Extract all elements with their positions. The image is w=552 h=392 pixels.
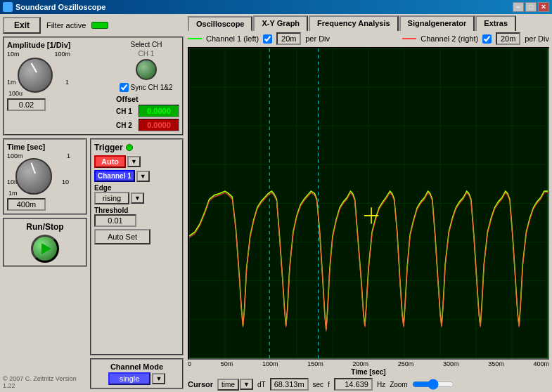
- ch2-channel-label: Channel 2 (right): [421, 34, 478, 43]
- xaxis-250m: 250m: [398, 360, 414, 367]
- amplitude-title: Amplitude [1/Div]: [7, 41, 70, 49]
- offset-title: Offset: [116, 95, 179, 103]
- amplitude-value-input[interactable]: [7, 98, 46, 111]
- edge-arrow[interactable]: ▼: [131, 192, 144, 204]
- threshold-label: Threshold: [94, 207, 179, 214]
- ch2-per-div-input[interactable]: [496, 32, 520, 45]
- time-value-input[interactable]: [7, 198, 46, 211]
- tab-frequency-analysis[interactable]: Frequency Analysis: [309, 15, 399, 31]
- x-axis-title: Time [sec]: [188, 368, 549, 376]
- xaxis-200m: 200m: [352, 360, 368, 367]
- window-controls: − □ ✕: [513, 2, 549, 12]
- ch1-label: CH 1: [139, 50, 155, 58]
- ch1-channel-label: Channel 1 (left): [206, 34, 259, 43]
- zoom-label: Zoom: [390, 381, 408, 388]
- cursor-type-button[interactable]: time: [217, 379, 239, 391]
- auto-set-button[interactable]: Auto Set: [94, 229, 150, 244]
- xaxis-350m: 350m: [488, 360, 504, 367]
- sync-checkbox[interactable]: [120, 83, 129, 92]
- f-unit: Hz: [377, 381, 385, 388]
- ch1-per-div-input[interactable]: [276, 32, 301, 45]
- time-label-10: 10: [62, 178, 69, 185]
- tab-oscilloscope[interactable]: Oscilloscope: [188, 16, 252, 32]
- play-icon: [41, 243, 51, 254]
- threshold-input[interactable]: [94, 214, 136, 227]
- amp-label-1m: 1m: [7, 79, 16, 86]
- zoom-slider[interactable]: [412, 379, 454, 390]
- dt-unit: sec: [313, 381, 324, 388]
- time-title: Time [sec]: [7, 143, 83, 151]
- xaxis-50m: 50m: [221, 360, 233, 367]
- tab-extras[interactable]: Extras: [475, 15, 516, 31]
- ch-select-knob[interactable]: [136, 59, 157, 80]
- select-ch-label: Select CH: [130, 41, 162, 48]
- offset-ch2-label: CH 2: [116, 122, 136, 129]
- ch2-per-div-unit: per Div: [525, 34, 549, 43]
- channel-controls: Channel 1 (left) per Div Channel 2 (righ…: [188, 32, 549, 45]
- amp-label-100m: 100m: [54, 51, 70, 58]
- maximize-button[interactable]: □: [525, 2, 537, 12]
- title-bar: Soundcard Oszilloscope − □ ✕: [0, 0, 552, 14]
- xaxis-400m: 400m: [533, 360, 549, 367]
- scope-grid: [189, 48, 548, 358]
- x-axis-labels: 0 50m 100m 150m 200m 250m 300m 350m 400m: [188, 360, 549, 368]
- offset-ch1-label: CH 1: [116, 107, 136, 115]
- trigger-auto-arrow[interactable]: ▼: [127, 156, 141, 167]
- main-container: Exit Filter active Amplitude [1/Div] 10m…: [0, 14, 552, 392]
- amplitude-knob[interactable]: [18, 58, 53, 93]
- run-stop-label: Run/Stop: [26, 222, 63, 232]
- ch2-checkbox[interactable]: [482, 34, 492, 44]
- trigger-led: [126, 144, 133, 151]
- tab-bar: Oscilloscope X-Y Graph Frequency Analysi…: [188, 15, 549, 31]
- copyright: © 2007 C. Zeitnitz Version 1.22: [3, 375, 87, 389]
- filter-led: [91, 22, 108, 29]
- left-panel: Exit Filter active Amplitude [1/Div] 10m…: [0, 14, 186, 392]
- filter-label: Filter active: [46, 21, 86, 30]
- ch1-per-div-unit: per Div: [305, 34, 330, 43]
- channel-mode-arrow[interactable]: ▼: [152, 373, 165, 384]
- minimize-button[interactable]: −: [513, 2, 524, 12]
- ch2-line-indicator: [402, 38, 416, 39]
- run-stop-panel: Run/Stop: [3, 218, 87, 267]
- xaxis-300m: 300m: [443, 360, 459, 367]
- close-button[interactable]: ✕: [538, 2, 549, 12]
- xaxis-0: 0: [188, 360, 191, 367]
- exit-button[interactable]: Exit: [3, 17, 41, 34]
- trigger-channel-button[interactable]: Channel 1: [94, 170, 135, 182]
- ch2-offset-input[interactable]: [139, 119, 179, 131]
- channel-mode-button[interactable]: single: [108, 372, 151, 385]
- time-panel: Time [sec] 100m 1 10m 10 1m: [3, 138, 87, 215]
- sync-label: Sync CH 1&2: [130, 84, 172, 91]
- scope-display[interactable]: [188, 47, 549, 360]
- dt-value: 68.313m: [270, 378, 309, 391]
- channel-mode-label: Channel Mode: [94, 362, 179, 371]
- edge-label: Edge: [94, 184, 179, 192]
- ch1-offset-input[interactable]: [139, 105, 179, 117]
- f-value: 14.639: [334, 378, 373, 391]
- channel-mode-panel: Channel Mode single ▼: [90, 358, 184, 389]
- trigger-title: Trigger: [94, 143, 123, 152]
- app-icon: [3, 2, 13, 12]
- tab-signal-generator[interactable]: Signalgenerator: [399, 15, 475, 31]
- edge-button[interactable]: rising: [94, 192, 129, 204]
- time-label-1: 1: [67, 152, 70, 159]
- top-bar: Exit Filter active: [3, 17, 184, 34]
- right-panel: Oscilloscope X-Y Graph Frequency Analysi…: [186, 14, 552, 392]
- xaxis-150m: 150m: [307, 360, 323, 367]
- ch1-line-indicator: [188, 38, 202, 39]
- xaxis-100m: 100m: [262, 360, 278, 367]
- f-label: f: [328, 381, 330, 388]
- dt-label: dT: [257, 381, 266, 388]
- trigger-channel-arrow[interactable]: ▼: [136, 171, 150, 182]
- cursor-type-arrow[interactable]: ▼: [240, 379, 253, 390]
- amp-label-10m: 10m: [7, 51, 20, 58]
- ch1-checkbox[interactable]: [263, 34, 272, 44]
- bottom-bar: Cursor time ▼ dT 68.313m sec f 14.639 Hz…: [188, 378, 549, 391]
- cursor-label: Cursor: [188, 380, 213, 388]
- app-title: Soundcard Oszilloscope: [15, 3, 105, 11]
- time-knob[interactable]: [15, 158, 52, 195]
- trigger-auto-button[interactable]: Auto: [94, 155, 126, 168]
- tab-xy-graph[interactable]: X-Y Graph: [253, 15, 308, 31]
- amp-label-1: 1: [65, 79, 69, 86]
- run-stop-button[interactable]: [31, 235, 59, 263]
